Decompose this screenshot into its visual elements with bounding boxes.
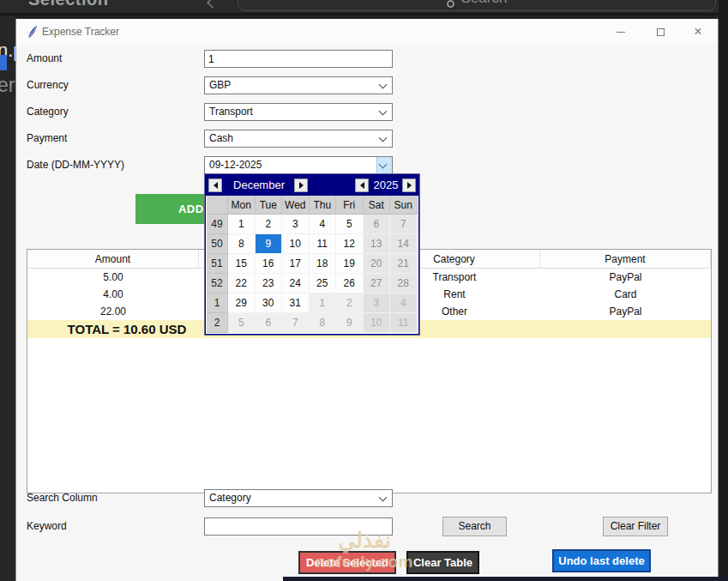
background-blue-accent <box>0 55 7 70</box>
calendar-week-number: 2 <box>207 313 228 333</box>
calendar-day[interactable]: 1 <box>228 215 256 234</box>
calendar-day[interactable]: 14 <box>390 234 418 254</box>
minimize-button[interactable] <box>606 19 635 45</box>
amount-input[interactable] <box>205 51 392 67</box>
right-arrow-icon <box>299 182 304 189</box>
calendar-day[interactable]: 1 <box>310 294 337 313</box>
calendar-day[interactable]: 7 <box>390 215 418 234</box>
calendar-day[interactable]: 17 <box>282 254 310 274</box>
calendar-day-selected[interactable]: 9 <box>256 234 283 254</box>
calendar-day[interactable]: 4 <box>390 294 418 313</box>
calendar-day[interactable]: 4 <box>310 215 337 234</box>
background-divider <box>0 13 728 15</box>
search-button[interactable]: Search <box>442 517 507 536</box>
calendar-day[interactable]: 16 <box>256 254 283 274</box>
calendar-grid: MonTueWedThuFriSatSun4912345675089101112… <box>207 196 418 333</box>
search-icon <box>447 0 454 8</box>
calendar-day[interactable]: 13 <box>364 234 391 254</box>
calendar-day[interactable]: 11 <box>310 234 337 254</box>
left-arrow-icon <box>214 182 218 189</box>
calendar-day[interactable]: 8 <box>228 234 256 254</box>
calendar-day-header: Wed <box>282 196 310 215</box>
minimize-icon <box>617 32 625 33</box>
calendar-day[interactable]: 3 <box>282 215 310 234</box>
calendar-day[interactable]: 15 <box>228 254 256 274</box>
calendar-day[interactable]: 3 <box>364 294 391 313</box>
window-title: Expense Tracker <box>42 19 119 45</box>
next-year-button[interactable] <box>402 179 416 192</box>
calendar-day[interactable]: 2 <box>256 215 283 234</box>
next-month-button[interactable] <box>294 179 308 192</box>
calendar-day[interactable]: 6 <box>256 313 283 333</box>
search-column-combobox[interactable]: Category <box>204 489 393 507</box>
calendar-week-number: 52 <box>207 274 228 294</box>
background-menu-selection[interactable]: Selection <box>28 0 108 9</box>
total-label: TOTAL = 10.60 USD <box>27 320 226 338</box>
keyword-label: Keyword <box>27 517 67 536</box>
calendar-day[interactable]: 20 <box>364 254 391 274</box>
date-picker-calendar: December 2025 MonTueWedThuFriSatSun49123… <box>205 174 419 335</box>
background-search-box[interactable]: Search <box>238 0 716 11</box>
calendar-day[interactable]: 11 <box>390 313 418 333</box>
calendar-day[interactable]: 22 <box>228 274 256 294</box>
calendar-day[interactable]: 10 <box>282 234 310 254</box>
category-combobox[interactable]: Transport <box>204 103 393 121</box>
calendar-day[interactable]: 5 <box>336 215 364 234</box>
calendar-day[interactable]: 30 <box>256 294 283 313</box>
delete-selected-button[interactable]: Delete Selected <box>298 551 396 574</box>
calendar-day[interactable]: 6 <box>364 215 391 234</box>
keyword-input[interactable] <box>205 518 392 535</box>
table-cell: Card <box>540 286 711 303</box>
column-header[interactable]: Payment <box>540 250 711 269</box>
close-button[interactable]: × <box>683 19 713 45</box>
window-titlebar[interactable]: Expense Tracker × <box>16 19 718 45</box>
calendar-day[interactable]: 18 <box>310 254 337 274</box>
calendar-day[interactable]: 9 <box>336 313 364 333</box>
calendar-week-number: 49 <box>207 215 228 234</box>
calendar-day[interactable]: 27 <box>364 274 391 294</box>
date-combobox[interactable]: 09-12-2025 <box>204 156 393 174</box>
search-column-label: Search Column <box>27 489 98 507</box>
background-bottom-strip <box>283 577 728 581</box>
calendar-day[interactable]: 2 <box>336 294 364 313</box>
calendar-day[interactable]: 7 <box>282 313 310 333</box>
maximize-button[interactable] <box>646 19 675 45</box>
calendar-day[interactable]: 24 <box>282 274 310 294</box>
amount-label: Amount <box>27 50 62 68</box>
calendar-day[interactable]: 25 <box>310 274 337 294</box>
calendar-day-header: Tue <box>256 196 283 215</box>
calendar-day[interactable]: 5 <box>228 313 256 333</box>
keyword-entry-wrap <box>204 517 393 536</box>
expense-tracker-window: Expense Tracker × Amount Currency Catego… <box>15 19 719 581</box>
calendar-day[interactable]: 28 <box>390 274 418 294</box>
calendar-day[interactable]: 10 <box>364 313 391 333</box>
clear-table-button[interactable]: Clear Table <box>406 551 479 574</box>
close-icon: × <box>694 25 701 39</box>
currency-combobox[interactable]: GBP <box>204 76 393 94</box>
column-header[interactable]: Amount <box>27 250 199 269</box>
previous-year-button[interactable] <box>355 179 369 192</box>
calendar-day[interactable]: 19 <box>336 254 364 274</box>
app-feather-icon <box>27 25 39 39</box>
payment-combobox[interactable]: Cash <box>204 130 393 148</box>
previous-month-button[interactable] <box>208 179 222 192</box>
calendar-day[interactable]: 31 <box>282 294 310 313</box>
undo-last-delete-button[interactable]: Undo last delete <box>552 549 651 572</box>
back-arrow-icon[interactable] <box>207 0 219 9</box>
calendar-month-label: December <box>226 175 292 196</box>
clear-filter-button[interactable]: Clear Filter <box>603 517 668 536</box>
calendar-day-header: Fri <box>336 196 364 215</box>
calendar-day[interactable]: 26 <box>336 274 364 294</box>
background-right-strip <box>719 0 728 581</box>
calendar-year-label: 2025 <box>371 175 400 196</box>
calendar-day[interactable]: 23 <box>256 274 283 294</box>
calendar-day[interactable]: 12 <box>336 234 364 254</box>
chevron-down-icon <box>379 493 388 502</box>
calendar-day-header: Sat <box>364 196 391 215</box>
calendar-day[interactable]: 29 <box>228 294 256 313</box>
calendar-day[interactable]: 21 <box>390 254 418 274</box>
calendar-day-header: Mon <box>228 196 256 215</box>
calendar-day[interactable]: 8 <box>310 313 337 333</box>
calendar-week-number: 1 <box>207 294 228 313</box>
chevron-down-icon <box>379 107 388 116</box>
